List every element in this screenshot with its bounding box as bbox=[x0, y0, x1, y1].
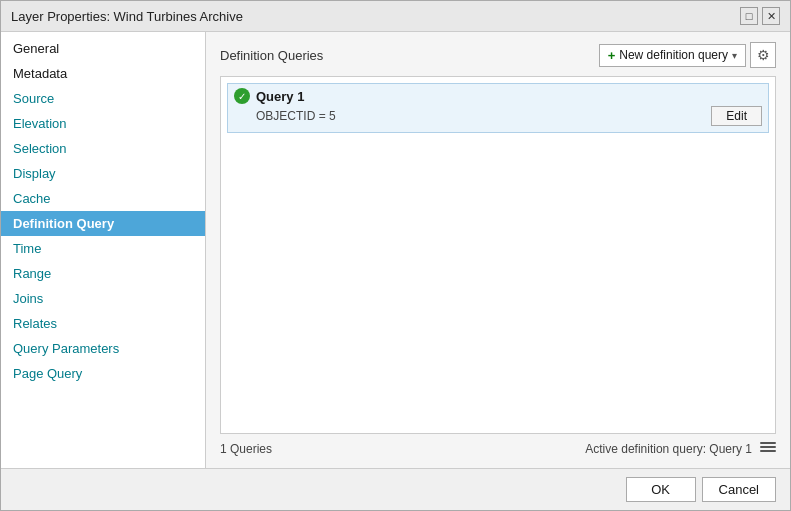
layer-properties-dialog: Layer Properties: Wind Turbines Archive … bbox=[0, 0, 791, 511]
query-item-inner: ✓ Query 1 OBJECTID = 5 Edit bbox=[234, 88, 762, 128]
query-header: ✓ Query 1 bbox=[234, 88, 762, 104]
new-definition-query-button[interactable]: + New definition query ▾ bbox=[599, 44, 746, 67]
main-header: Definition Queries + New definition quer… bbox=[220, 42, 776, 68]
dialog-title: Layer Properties: Wind Turbines Archive bbox=[11, 9, 243, 24]
dialog-footer: OK Cancel bbox=[1, 468, 790, 510]
gear-icon: ⚙ bbox=[757, 47, 770, 63]
active-check-icon: ✓ bbox=[234, 88, 250, 104]
list-line-1 bbox=[760, 442, 776, 444]
ok-button[interactable]: OK bbox=[626, 477, 696, 502]
sidebar-item-selection[interactable]: Selection bbox=[1, 136, 205, 161]
main-content: Definition Queries + New definition quer… bbox=[206, 32, 790, 468]
sidebar-item-elevation[interactable]: Elevation bbox=[1, 111, 205, 136]
sidebar-item-time[interactable]: Time bbox=[1, 236, 205, 261]
close-button[interactable]: ✕ bbox=[762, 7, 780, 25]
status-bar: 1 Queries Active definition query: Query… bbox=[220, 440, 776, 458]
list-line-3 bbox=[760, 450, 776, 452]
query-details: OBJECTID = 5 Edit bbox=[234, 104, 762, 128]
title-bar-controls: □ ✕ bbox=[740, 7, 780, 25]
new-def-btn-label: New definition query bbox=[619, 48, 728, 62]
dialog-body: GeneralMetadataSourceElevationSelectionD… bbox=[1, 32, 790, 468]
queries-count: 1 Queries bbox=[220, 442, 272, 456]
sidebar-item-range[interactable]: Range bbox=[1, 261, 205, 286]
list-line-2 bbox=[760, 446, 776, 448]
title-bar: Layer Properties: Wind Turbines Archive … bbox=[1, 1, 790, 32]
list-icon bbox=[760, 442, 776, 456]
dropdown-arrow-icon: ▾ bbox=[732, 50, 737, 61]
maximize-button[interactable]: □ bbox=[740, 7, 758, 25]
sidebar-item-general[interactable]: General bbox=[1, 36, 205, 61]
queries-box: ✓ Query 1 OBJECTID = 5 Edit bbox=[220, 76, 776, 434]
query-expression: OBJECTID = 5 bbox=[256, 109, 336, 123]
sidebar: GeneralMetadataSourceElevationSelectionD… bbox=[1, 32, 206, 468]
sidebar-item-source[interactable]: Source bbox=[1, 86, 205, 111]
sidebar-item-query-parameters[interactable]: Query Parameters bbox=[1, 336, 205, 361]
sidebar-item-metadata[interactable]: Metadata bbox=[1, 61, 205, 86]
active-query-info: Active definition query: Query 1 bbox=[585, 442, 776, 456]
sidebar-item-cache[interactable]: Cache bbox=[1, 186, 205, 211]
sidebar-item-page-query[interactable]: Page Query bbox=[1, 361, 205, 386]
header-controls: + New definition query ▾ ⚙ bbox=[599, 42, 776, 68]
edit-query-button[interactable]: Edit bbox=[711, 106, 762, 126]
query-item: ✓ Query 1 OBJECTID = 5 Edit bbox=[227, 83, 769, 133]
definition-queries-label: Definition Queries bbox=[220, 48, 323, 63]
sidebar-item-joins[interactable]: Joins bbox=[1, 286, 205, 311]
cancel-button[interactable]: Cancel bbox=[702, 477, 776, 502]
query-name: Query 1 bbox=[256, 89, 304, 104]
sidebar-item-display[interactable]: Display bbox=[1, 161, 205, 186]
sidebar-item-relates[interactable]: Relates bbox=[1, 311, 205, 336]
query-row-top: ✓ Query 1 bbox=[234, 88, 762, 104]
plus-icon: + bbox=[608, 48, 616, 63]
active-query-label: Active definition query: Query 1 bbox=[585, 442, 752, 456]
sidebar-item-definition-query[interactable]: Definition Query bbox=[1, 211, 205, 236]
gear-settings-button[interactable]: ⚙ bbox=[750, 42, 776, 68]
